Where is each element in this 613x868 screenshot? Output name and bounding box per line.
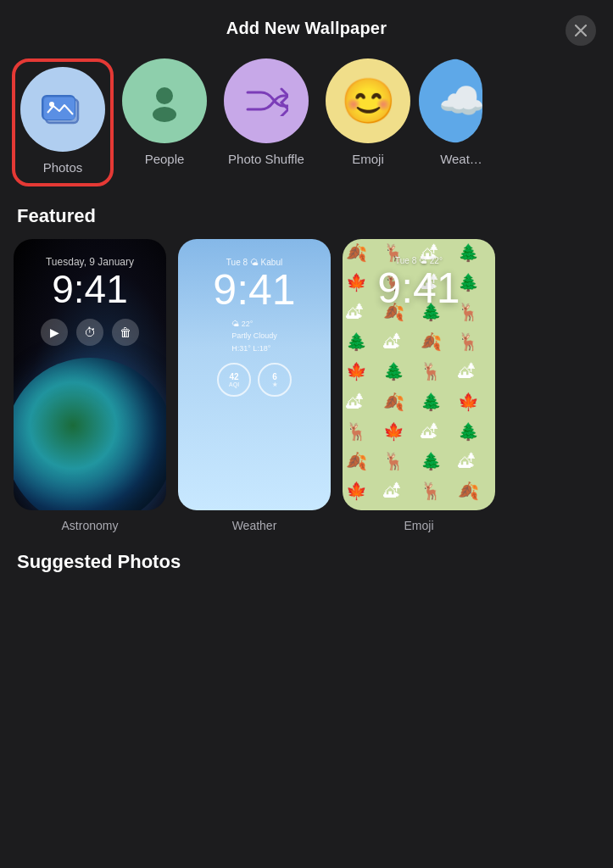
weather-name: Weather xyxy=(232,519,277,532)
shuffle-label: Photo Shuffle xyxy=(228,152,304,166)
aqi-gauge: 42 AQI xyxy=(217,363,251,397)
astronomy-preview: Tuesday, 9 January 9:41 ▶ ⏱ 🗑 xyxy=(14,239,166,510)
astronomy-name: Astronomy xyxy=(62,519,119,532)
emoji-circle: 😊 xyxy=(326,58,410,143)
featured-label: Featured xyxy=(0,198,613,239)
category-item-shuffle[interactable]: Photo Shuffle xyxy=(215,58,317,166)
shuffle-icon xyxy=(244,86,288,116)
weather-gauges: 42 AQI 6 ★ xyxy=(217,363,292,397)
emoji-time: 9:41 xyxy=(349,267,488,309)
suggested-label: Suggested Photos xyxy=(0,548,613,581)
emoji-time-overlay: Tue 8 🌤 22° 9:41 xyxy=(349,256,488,309)
svg-rect-2 xyxy=(44,97,75,120)
weather-detail: 🌤 22°Partly CloudyH:31° L:18° xyxy=(231,318,277,354)
category-item-people[interactable]: People xyxy=(114,58,215,166)
category-row: Photos People Photo Shuffle 😊 Emoji xyxy=(0,52,613,198)
astro-icon-play: ▶ xyxy=(41,319,68,346)
svg-point-5 xyxy=(153,107,176,122)
svg-point-4 xyxy=(156,87,173,104)
wallpaper-card-emoji[interactable]: 🍂🦌🏕🌲🍁🦌🏕🌲🏕🍂🌲🦌🌲🏕🍂🦌🍁🌲🦌🏕🏕🍂🌲🍁🦌🍁🏕🌲🍂🦌🌲🏕🍁🏕🦌🍂 Tue… xyxy=(343,239,495,532)
featured-row: Tuesday, 9 January 9:41 ▶ ⏱ 🗑 Astronomy … xyxy=(0,239,613,548)
astronomy-icons: ▶ ⏱ 🗑 xyxy=(41,319,139,346)
weather-circle: ☁️ xyxy=(419,58,504,143)
photos-circle xyxy=(20,67,105,152)
astronomy-date: Tuesday, 9 January xyxy=(46,256,134,268)
photos-label: Photos xyxy=(43,160,83,175)
weather-label-partial: Weat… xyxy=(440,152,482,166)
modal-title: Add New Wallpaper xyxy=(226,19,387,38)
photos-icon xyxy=(41,91,85,128)
emoji-preview: 🍂🦌🏕🌲🍁🦌🏕🌲🏕🍂🌲🦌🌲🏕🍂🦌🍁🌲🦌🏕🏕🍂🌲🍁🦌🍁🏕🌲🍂🦌🌲🏕🍁🏕🦌🍂 Tue… xyxy=(343,239,495,510)
wallpaper-card-weather[interactable]: Tue 8 🌤 Kabul 9:41 🌤 22°Partly CloudyH:3… xyxy=(178,239,331,532)
astro-icon-trash: 🗑 xyxy=(112,319,139,346)
weather-preview: Tue 8 🌤 Kabul 9:41 🌤 22°Partly CloudyH:3… xyxy=(178,239,331,510)
svg-point-3 xyxy=(49,102,54,107)
people-circle xyxy=(122,58,207,143)
category-item-photos[interactable]: Photos xyxy=(12,58,114,186)
astronomy-time: 9:41 xyxy=(52,270,128,309)
earth-globe xyxy=(14,358,166,510)
category-item-emoji[interactable]: 😊 Emoji xyxy=(317,58,419,166)
weather-time: 9:41 xyxy=(213,269,295,311)
emoji-label: Emoji xyxy=(352,152,384,166)
shuffle-circle xyxy=(224,58,309,143)
category-item-weather[interactable]: ☁️ Weat… xyxy=(419,58,504,166)
close-button[interactable] xyxy=(566,15,596,46)
modal-header: Add New Wallpaper xyxy=(0,0,613,52)
wallpaper-card-astronomy[interactable]: Tuesday, 9 January 9:41 ▶ ⏱ 🗑 Astronomy xyxy=(14,239,166,532)
close-icon xyxy=(575,25,587,36)
emoji-name: Emoji xyxy=(404,519,433,532)
astro-icon-clock: ⏱ xyxy=(76,319,103,346)
people-label: People xyxy=(145,152,185,166)
star-gauge: 6 ★ xyxy=(258,363,292,397)
people-icon xyxy=(142,79,187,123)
